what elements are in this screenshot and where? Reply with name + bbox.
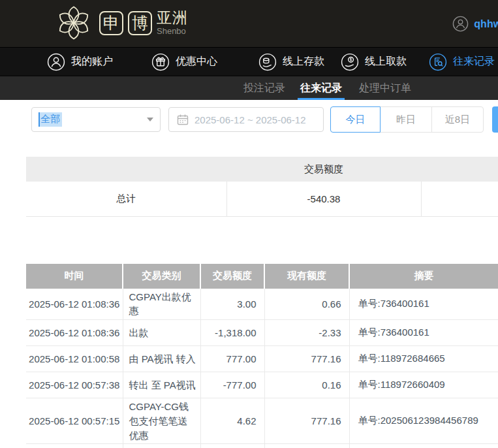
logo-char-box: 申 [99,11,123,35]
username[interactable]: qhhw2 [474,18,498,30]
top-header: 申 博 亚洲 Shenbo qhhw2 [0,0,498,47]
summary-table: 交易额度 总计 -540.38 [26,157,498,217]
records-header-row: 时间 交易类别 交易额度 现有额度 摘要 [26,264,498,289]
button-label: 昨日 [396,114,416,126]
button-label: 今日 [346,114,366,126]
summary-total-value: -540.38 [226,182,421,216]
cell-memo: 单号:202506123984456789 [349,444,498,448]
nav-item-deposit[interactable]: 线上存款 [258,48,324,76]
yesterday-button[interactable]: 昨日 [380,106,432,133]
summary-total-row: 总计 -540.38 [26,182,498,216]
cell-balance: 772.54 [264,444,349,448]
search-button-cutoff[interactable] [492,106,498,133]
cell-time: 2025-06-12 01:00:58 [26,346,123,372]
type-select-value: 全部 [39,112,62,127]
tab-label: 投注记录 [243,82,285,93]
records-icon [429,53,447,71]
logo-region: 亚洲 Shenbo [157,10,188,35]
logo-subtitle: Shenbo [157,27,188,35]
logo-char-box: 博 [128,11,152,35]
date-range-input[interactable]: 2025-06-12 ~ 2025-06-12 [168,107,324,132]
nav-item-transaction-records[interactable]: 往来记录 [429,48,495,76]
table-row: 2025-06-12 00:57:38 转出 至 PA视讯 -777.00 0.… [26,372,498,398]
nav-label: 我的账户 [71,55,113,69]
cell-type: CGPAY支付 [123,444,200,448]
col-header-type: 交易类别 [123,264,200,289]
table-row: 2025-06-12 00:57:15 CGPAY支付 770.00 772.5… [26,444,498,448]
calendar-icon [177,114,189,125]
nav-item-withdraw[interactable]: 线上取款 [341,48,407,76]
cell-memo: 单号:202506123984456789 [349,398,498,444]
cell-balance: 777.16 [264,398,349,444]
tab-label: 处理中订单 [359,82,411,93]
tab-processing-orders[interactable]: 处理中订单 [359,76,411,100]
cell-time: 2025-06-12 00:57:15 [26,444,123,448]
nav-label: 线上存款 [283,55,324,69]
summary-header-empty [26,157,226,182]
cell-time: 2025-06-12 01:08:36 [26,320,123,346]
tab-label: 往来记录 [300,82,342,93]
cell-memo: 单号:118972684665 [349,346,498,372]
records-table: 时间 交易类别 交易额度 现有额度 摘要 2025-06-12 01:08:36… [26,264,498,448]
table-row: 2025-06-12 01:00:58 由 PA视讯 转入 777.00 777… [26,346,498,372]
summary-header-row: 交易额度 [26,157,498,182]
today-button[interactable]: 今日 [330,106,381,133]
tab-betting-records[interactable]: 投注记录 [243,76,285,100]
cell-type: 出款 [123,320,200,346]
cell-amount: 3.00 [200,289,264,320]
nav-label: 往来记录 [453,55,495,69]
col-header-amount: 交易额度 [200,264,264,289]
summary-empty-cell [421,182,498,216]
withdraw-icon [341,53,359,71]
gift-icon [151,53,170,71]
flower-logo-icon [55,4,93,42]
logo-region-cn: 亚洲 [157,10,188,25]
col-header-time: 时间 [26,264,123,289]
nav-item-promotions[interactable]: 优惠中心 [151,48,217,76]
cell-type: 由 PA视讯 转入 [123,346,200,372]
tab-transaction-records[interactable]: 往来记录 [300,76,342,100]
cell-type: CGPAY出款优惠 [123,289,200,320]
summary-total-label: 总计 [26,182,226,216]
button-label: 近8日 [445,114,470,126]
cell-time: 2025-06-12 00:57:38 [26,372,123,398]
nav-label: 优惠中心 [176,55,217,69]
cell-memo: 单号:118972660409 [349,372,498,398]
cell-amount: -777.00 [200,372,264,398]
cell-balance: 0.16 [264,372,349,398]
filter-row: 全部 2025-06-12 ~ 2025-06-12 今日 昨日 近8日 [0,106,498,133]
table-row: 2025-06-12 00:57:15 CGPAY-CG钱包支付笔笔送优惠 4.… [26,398,498,444]
nav-item-my-account[interactable]: 我的账户 [47,48,113,76]
col-header-balance: 现有额度 [264,264,349,289]
cell-balance: -2.33 [264,320,349,346]
main-nav: 我的账户 优惠中心 线上存款 [0,47,498,75]
cell-time: 2025-06-12 00:57:15 [26,398,123,444]
chevron-down-icon [147,118,153,121]
nav-label: 线上取款 [365,55,407,69]
date-range-value: 2025-06-12 ~ 2025-06-12 [195,114,306,125]
brand-logo: 申 博 亚洲 Shenbo [55,4,188,42]
table-row: 2025-06-12 01:08:36 CGPAY出款优惠 3.00 0.66 … [26,289,498,320]
cell-memo: 单号:736400161 [349,320,498,346]
cell-balance: 0.66 [264,289,349,320]
cell-time: 2025-06-12 01:08:36 [26,289,123,320]
cell-balance: 777.16 [264,346,349,372]
table-row: 2025-06-12 01:08:36 出款 -1,318.00 -2.33 单… [26,320,498,346]
deposit-icon [258,53,277,71]
user-account[interactable]: qhhw2 [452,16,498,32]
cell-type: 转出 至 PA视讯 [123,372,200,398]
user-icon [47,53,65,71]
cell-amount: 777.00 [200,346,264,372]
cell-amount: 4.62 [200,398,264,444]
cell-amount: -1,318.00 [200,320,264,346]
last-8-days-button[interactable]: 近8日 [431,106,484,133]
user-avatar-icon [452,16,469,32]
cell-type: CGPAY-CG钱包支付笔笔送优惠 [123,398,200,444]
cell-memo: 单号:736400161 [349,289,498,320]
summary-header-empty [421,157,498,182]
page: 申 博 亚洲 Shenbo qhhw2 我的账户 [0,0,498,448]
type-select[interactable]: 全部 [31,107,161,132]
sub-nav: 投注记录 往来记录 处理中订单 [0,75,498,100]
col-header-memo: 摘要 [349,264,498,289]
cell-amount: 770.00 [200,444,264,448]
